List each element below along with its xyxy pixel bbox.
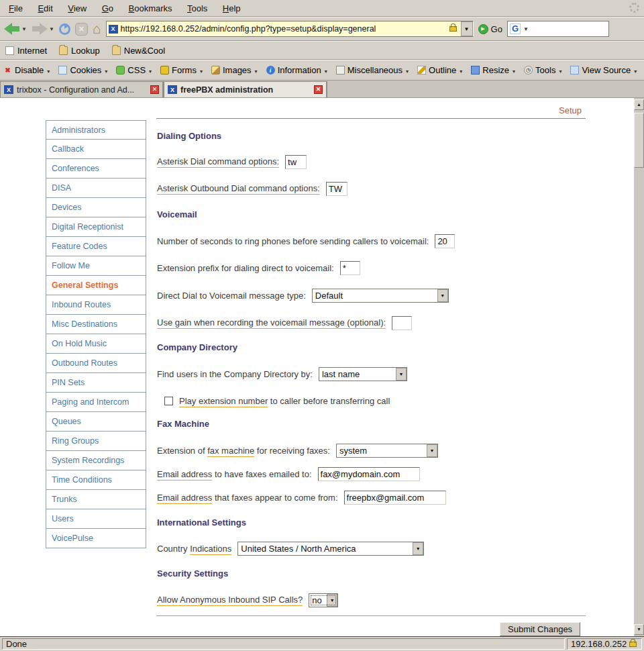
- sidebar-item[interactable]: Users: [46, 509, 146, 529]
- sidebar-item[interactable]: On Hold Music: [46, 334, 146, 354]
- go-button[interactable]: ▶ Go: [478, 24, 502, 34]
- webdev-menu-item[interactable]: Cookies: [58, 65, 107, 75]
- stop-button[interactable]: ✕: [75, 23, 88, 36]
- dial-command-options-label[interactable]: Asterisk Dial command options:: [157, 156, 279, 168]
- webdev-menu-item[interactable]: Outline: [417, 65, 462, 75]
- dial-command-options-input[interactable]: [285, 155, 307, 169]
- voicemail-message-type-select[interactable]: Default ▼: [312, 289, 449, 303]
- voicemail-gain-input[interactable]: [392, 316, 412, 330]
- scroll-up-icon[interactable]: ▲: [634, 99, 644, 110]
- url-text[interactable]: https://192.168.0.252/admin/config.php?t…: [121, 24, 447, 34]
- fax-machine-link[interactable]: fax machine: [207, 446, 254, 457]
- anonymous-sip-select[interactable]: no ▼: [309, 593, 338, 607]
- sidebar-item[interactable]: Follow Me: [46, 256, 146, 276]
- menu-item[interactable]: File: [3, 1, 29, 15]
- sidebar-item[interactable]: Callback: [46, 140, 146, 159]
- sidebar-item[interactable]: Inbound Routes: [46, 295, 146, 315]
- search-engine-dropdown[interactable]: ▼: [523, 26, 529, 32]
- webdev-menu-item[interactable]: i Information: [266, 65, 327, 75]
- tab-close-icon[interactable]: ✕: [314, 85, 323, 94]
- sidebar-item[interactable]: Feature Codes: [46, 237, 146, 256]
- sidebar-item[interactable]: Queues: [46, 412, 146, 432]
- search-box[interactable]: G ▼: [507, 21, 609, 37]
- sidebar-item[interactable]: Time Conditions: [46, 470, 146, 490]
- fax-email-to-link[interactable]: Email address: [157, 469, 212, 481]
- sidebar-item[interactable]: Misc Destinations: [46, 315, 146, 334]
- outbound-dial-options-label[interactable]: Asterisk Outbound Dial command options:: [157, 183, 320, 195]
- reload-button[interactable]: [59, 23, 70, 35]
- webdev-item-icon: [417, 66, 426, 74]
- browser-tab[interactable]: X trixbox - Configuration and Ad... ✕: [0, 81, 163, 97]
- bookmark-item[interactable]: Internet: [5, 46, 47, 56]
- ring-seconds-input[interactable]: [435, 234, 455, 248]
- go-icon: ▶: [478, 24, 488, 34]
- voicemail-gain-label[interactable]: Use gain when recording the voicemail me…: [157, 317, 386, 329]
- webdev-menu-item[interactable]: ✖ Disable: [3, 65, 50, 75]
- sidebar-item[interactable]: Administrators: [46, 120, 146, 140]
- menu-item[interactable]: Bookmarks: [123, 1, 178, 15]
- anonymous-sip-label[interactable]: Allow Anonymous Inbound SIP Calls?: [157, 595, 303, 606]
- voicemail-prefix-label: Extension prefix for dialing direct to v…: [157, 263, 334, 273]
- bookmark-item[interactable]: New&Cool: [112, 46, 165, 56]
- menu-item[interactable]: Help: [217, 1, 247, 15]
- sidebar-item[interactable]: Trunks: [46, 490, 146, 509]
- sidebar-item[interactable]: DISA: [46, 179, 146, 198]
- vertical-scrollbar[interactable]: ▲ ▼: [634, 98, 644, 636]
- fax-extension-select[interactable]: system ▼: [336, 444, 438, 458]
- webdev-item-label: Disable: [15, 65, 44, 75]
- fax-email-from-input[interactable]: [344, 491, 446, 505]
- status-bar: Done 192.168.0.252: [0, 636, 644, 651]
- back-dropdown-icon[interactable]: ▼: [21, 26, 27, 32]
- country-select[interactable]: United States / North America ▼: [237, 542, 424, 556]
- sidebar-item[interactable]: Paging and Intercom: [46, 393, 146, 412]
- scrollbar-thumb[interactable]: [634, 113, 644, 168]
- sidebar-item[interactable]: System Recordings: [46, 451, 146, 470]
- sidebar-item[interactable]: General Settings: [46, 276, 146, 295]
- bookmark-item[interactable]: Lookup: [59, 46, 100, 56]
- url-history-dropdown[interactable]: ▼: [461, 21, 473, 36]
- menu-item[interactable]: Edit: [32, 1, 58, 15]
- play-extension-checkbox[interactable]: [164, 397, 173, 405]
- forward-dropdown-icon[interactable]: ▼: [49, 26, 54, 32]
- play-extension-link[interactable]: Play extension number: [179, 396, 268, 407]
- tab-close-icon[interactable]: ✕: [150, 85, 159, 94]
- menu-bar: File Edit View Go Bookmarks Tools Help: [0, 0, 644, 17]
- field-anonymous-sip: Allow Anonymous Inbound SIP Calls? no ▼: [157, 593, 338, 607]
- webdev-menu-item[interactable]: Miscellaneous: [336, 65, 409, 75]
- section-dialing-options: Dialing Options: [157, 131, 221, 141]
- sidebar-item[interactable]: Conferences: [46, 159, 146, 179]
- scroll-down-icon[interactable]: ▼: [634, 624, 644, 635]
- sidebar-item[interactable]: Digital Receptionist: [46, 217, 146, 237]
- setup-nav-link[interactable]: Setup: [559, 105, 582, 115]
- webdev-menu-item[interactable]: Forms: [160, 65, 203, 75]
- sidebar-item[interactable]: Devices: [46, 198, 146, 217]
- voicemail-prefix-input[interactable]: [340, 261, 360, 275]
- webdev-menu-item[interactable]: Images: [211, 65, 258, 75]
- country-indications-link[interactable]: Indications: [190, 544, 231, 555]
- fax-email-to-input[interactable]: [318, 467, 420, 481]
- sidebar-item[interactable]: PIN Sets: [46, 373, 146, 393]
- browser-tab[interactable]: X freePBX administration ✕: [164, 81, 327, 97]
- sidebar-item[interactable]: VoicePulse: [46, 529, 146, 548]
- fax-email-from-link[interactable]: Email address: [157, 493, 212, 504]
- submit-changes-button[interactable]: Submit Changes: [500, 622, 580, 636]
- bookmark-icon: [59, 46, 68, 55]
- directory-by-select[interactable]: last name ▼: [319, 367, 407, 381]
- address-bar[interactable]: X https://192.168.0.252/admin/config.php…: [106, 21, 474, 37]
- back-button[interactable]: ▼: [4, 23, 27, 35]
- sidebar-item[interactable]: Ring Groups: [46, 432, 146, 451]
- forward-button[interactable]: ▼: [32, 23, 54, 35]
- webdev-menu-item[interactable]: ◷ Tools: [524, 65, 561, 75]
- webdev-menu-item[interactable]: View Source: [570, 65, 637, 75]
- webdev-menu-item[interactable]: Resize: [471, 65, 515, 75]
- field-fax-email-from: Email address that faxes appear to come …: [157, 491, 446, 505]
- menu-item[interactable]: Tools: [181, 1, 213, 15]
- search-input[interactable]: [530, 24, 634, 34]
- status-lock-icon: [629, 642, 637, 647]
- outbound-dial-options-input[interactable]: [326, 182, 347, 196]
- webdev-menu-item[interactable]: CSS: [116, 65, 152, 75]
- menu-item[interactable]: Go: [96, 1, 119, 15]
- home-button[interactable]: ⌂: [93, 23, 101, 35]
- menu-item[interactable]: View: [62, 1, 93, 15]
- sidebar-item[interactable]: Outbound Routes: [46, 354, 146, 373]
